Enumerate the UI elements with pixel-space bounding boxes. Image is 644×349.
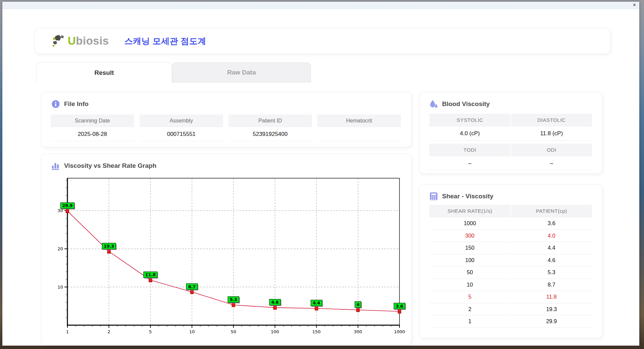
x-tick-label: 50 <box>231 329 236 334</box>
data-point <box>273 306 276 309</box>
shear-viscosity-title-row: Shear - Viscosity <box>419 185 602 201</box>
blood-viscosity-title: Blood Viscosity <box>442 100 490 108</box>
data-point <box>191 290 194 294</box>
close-icon[interactable]: × <box>633 2 636 8</box>
field-value <box>317 127 401 141</box>
point-label-text: 8.7 <box>188 284 196 289</box>
odi-header: ODI <box>511 144 592 156</box>
diastolic-header: DIASTOLIC <box>511 114 592 127</box>
shear-rate-cell: 150 <box>429 242 511 254</box>
file-info-grid: Scanning Date 2025-08-28 Assembly 000715… <box>51 114 401 141</box>
field-label: Scanning Date <box>51 114 134 127</box>
field-hematocrit: Hematocrit <box>317 114 401 141</box>
shear-viscosity-title: Shear - Viscosity <box>442 193 493 200</box>
table-header-row: TODI ODI <box>429 144 592 156</box>
point-label-text: 4.4 <box>313 300 320 305</box>
ubiosis-logo-icon <box>51 34 66 48</box>
ubiosis-logo: Ubiosis <box>51 34 109 48</box>
data-point <box>149 278 152 282</box>
point-label-text: 19.3 <box>104 244 114 249</box>
app-window: × Ubiosis 스캐닝 모세관 점도계 <box>2 2 639 346</box>
x-tick-label: 1 <box>66 329 69 334</box>
x-tick-label: 10 <box>189 329 195 334</box>
y-tick-label: 10 <box>57 285 63 290</box>
diastolic-value: 11.8 (cP) <box>511 127 592 141</box>
table-row: 10003.6 <box>429 217 592 230</box>
x-tick-label: 100 <box>271 329 279 334</box>
viscosity-graph-card: Viscosity vs Shear Rate Graph 1020301251… <box>41 154 412 345</box>
tab-raw-data[interactable]: Raw Data <box>172 62 311 83</box>
table-row: 219.3 <box>429 303 592 316</box>
field-value: 2025-08-28 <box>51 127 134 141</box>
blood-viscosity-title-row: Blood Viscosity <box>419 92 602 108</box>
point-label-text: 3.6 <box>396 304 403 309</box>
shear-rate-cell: 1 <box>429 315 511 328</box>
x-tick-label: 2 <box>108 329 110 334</box>
file-info-title-row: File Info <box>41 92 411 108</box>
file-info-card: File Info Scanning Date 2025-08-28 Assem… <box>41 92 412 147</box>
point-label-text: 29.9 <box>62 203 73 208</box>
patient-cell: 19.3 <box>511 303 592 316</box>
table-row: 511.8 <box>429 291 592 303</box>
bar-chart-icon <box>51 161 60 170</box>
odi-value: – <box>511 156 592 170</box>
field-patient-id: Patient ID 52391925400 <box>228 114 312 141</box>
field-label: Hematocrit <box>317 114 401 127</box>
patient-cell: 29.9 <box>511 315 592 328</box>
table-header-row: SYSTOLIC DIASTOLIC <box>429 114 592 127</box>
patient-cell: 5.3 <box>511 266 592 279</box>
point-label-text: 11.8 <box>145 272 156 277</box>
field-label: Assembly <box>140 114 223 127</box>
main-content: Ubiosis 스캐닝 모세관 점도계 Result Raw Data File… <box>2 9 639 346</box>
info-icon <box>51 100 60 108</box>
systolic-header: SYSTOLIC <box>429 114 511 127</box>
field-scanning-date: Scanning Date 2025-08-28 <box>51 114 134 141</box>
calculator-icon <box>429 192 438 201</box>
y-tick-label: 20 <box>57 246 63 251</box>
patient-cell: 4.0 <box>511 230 592 242</box>
shear-rate-cell: 100 <box>429 254 511 267</box>
point-label-text: 4 <box>357 302 360 307</box>
blood-viscosity-card: Blood Viscosity SYSTOLIC DIASTOLIC 4.0 (… <box>419 92 602 174</box>
patient-cell: 11.8 <box>511 291 592 303</box>
point-label-text: 5.3 <box>230 297 237 302</box>
table-row: 1004.6 <box>429 254 592 267</box>
systolic-value: 4.0 (cP) <box>429 127 511 141</box>
blood-viscosity-table: SYSTOLIC DIASTOLIC 4.0 (cP) 11.8 (cP) TO… <box>429 114 592 170</box>
x-tick-label: 5 <box>149 329 152 334</box>
todi-header: TODI <box>429 144 511 156</box>
patient-cell: 3.6 <box>511 217 592 230</box>
shear-viscosity-card: Shear - Viscosity SHEAR RATE(1/s) PATIEN… <box>419 184 602 338</box>
graph-title: Viscosity vs Shear Rate Graph <box>64 162 156 169</box>
field-label: Patient ID <box>228 114 312 127</box>
table-row: 3004.0 <box>429 230 592 242</box>
table-row: 129.9 <box>429 315 592 328</box>
point-label-text: 4.6 <box>271 300 279 305</box>
patient-cell: 8.7 <box>511 279 592 291</box>
table-header-row: SHEAR RATE(1/s) PATIENT(cp) <box>429 205 592 217</box>
shear-rate-cell: 50 <box>429 266 511 279</box>
shear-viscosity-table: SHEAR RATE(1/s) PATIENT(cp) 10003.63004.… <box>429 205 592 328</box>
patient-cell: 4.4 <box>511 242 592 254</box>
x-tick-label: 300 <box>354 329 362 334</box>
chart-wrap: 1020301251050100150300100029.919.311.88.… <box>49 173 411 339</box>
file-info-title: File Info <box>64 100 89 108</box>
shear-rate-cell: 10 <box>429 279 511 291</box>
table-row: – – <box>429 156 592 170</box>
viscosity-chart: 1020301251050100150300100029.919.311.88.… <box>49 173 411 337</box>
field-value: 52391925400 <box>228 127 312 141</box>
data-point <box>66 209 69 213</box>
shear-rate-cell: 5 <box>429 291 511 303</box>
data-point <box>357 308 360 312</box>
page-title: 스캐닝 모세관 점도계 <box>124 36 206 47</box>
logo-letter-u: U <box>68 35 76 47</box>
graph-title-row: Viscosity vs Shear Rate Graph <box>41 154 411 170</box>
x-tick-label: 150 <box>312 329 321 334</box>
field-assembly: Assembly 000715551 <box>140 114 223 141</box>
patient-column-header: PATIENT(cp) <box>511 205 592 217</box>
todi-value: – <box>429 156 511 170</box>
table-row: 108.7 <box>429 279 592 291</box>
x-tick-label: 1000 <box>394 329 405 334</box>
tab-result[interactable]: Result <box>36 62 172 83</box>
logo-letters-rest: biosis <box>76 35 109 47</box>
